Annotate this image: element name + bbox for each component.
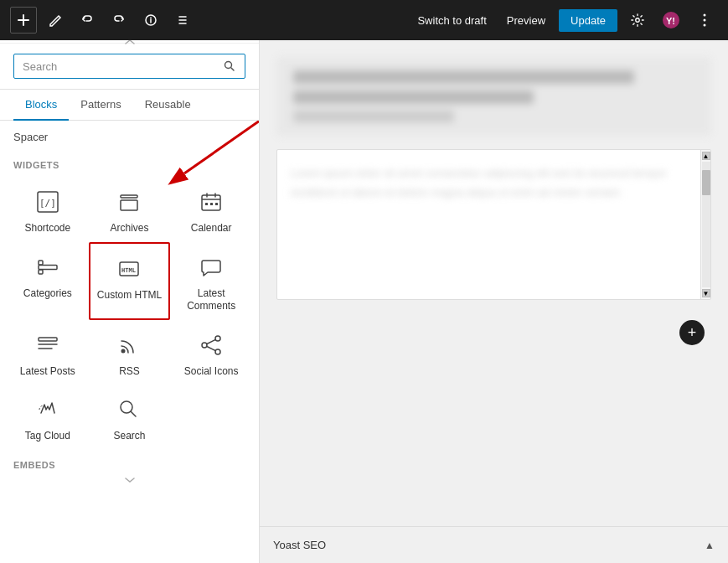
sidebar: Blocks Patterns Reusable Spacer WIDGETS [0, 40, 260, 563]
scroll-down-icon [125, 477, 135, 483]
tabs: Blocks Patterns Reusable [0, 90, 259, 121]
svg-rect-17 [39, 261, 43, 265]
svg-rect-11 [121, 195, 137, 198]
toolbar: Switch to draft Preview Update Y! [0, 0, 728, 40]
main-layout: Blocks Patterns Reusable Spacer WIDGETS [0, 40, 728, 563]
block-item-custom-html[interactable]: HTML Custom HTML [89, 242, 171, 320]
block-item-rss[interactable]: RSS [89, 320, 171, 385]
block-label-rss: RSS [119, 365, 140, 379]
rss-icon [114, 330, 144, 360]
scrollbar-up-arrow[interactable]: ▲ [702, 152, 710, 160]
svg-rect-16 [215, 203, 218, 205]
edit-tool-button[interactable] [42, 7, 69, 34]
block-item-archives[interactable]: Archives [89, 177, 171, 242]
block-label-tag-cloud: Tag Cloud [25, 430, 70, 443]
latest-comments-icon [196, 252, 226, 282]
block-label-categories: Categories [23, 287, 72, 301]
preview-button[interactable]: Preview [500, 11, 552, 30]
block-item-categories[interactable]: Categories [7, 242, 89, 320]
content-text-block: Lorem ipsum dolor sit amet consectetur a… [276, 149, 711, 300]
scrollbar-down-arrow[interactable]: ▼ [702, 289, 710, 297]
tab-patterns[interactable]: Patterns [69, 90, 132, 121]
svg-rect-22 [39, 338, 57, 341]
block-item-latest-posts[interactable]: Latest Posts [7, 320, 89, 385]
svg-text:Y!: Y! [666, 16, 675, 26]
scrollbar-thumb[interactable] [702, 170, 710, 195]
svg-rect-12 [121, 200, 137, 210]
widgets-block-grid: [/] Shortcode Archives [0, 173, 259, 453]
content-title-block [276, 57, 711, 136]
custom-html-icon: HTML [114, 254, 144, 284]
block-label-social-icons: Social Icons [184, 365, 239, 379]
block-label-shortcode: Shortcode [24, 222, 70, 235]
search-area [0, 44, 259, 90]
add-block-button[interactable] [10, 7, 37, 34]
svg-point-23 [121, 349, 126, 353]
more-options-button[interactable] [691, 7, 718, 34]
svg-rect-15 [210, 203, 213, 205]
block-label-search: Search [113, 430, 145, 443]
add-block-circle-button[interactable]: + [679, 320, 705, 345]
svg-point-26 [215, 349, 220, 354]
svg-point-1 [636, 18, 640, 23]
svg-point-24 [215, 336, 220, 341]
svg-point-4 [704, 14, 706, 17]
calendar-icon [196, 187, 226, 217]
scrollbar-track [702, 162, 710, 287]
svg-text:HTML: HTML [121, 267, 136, 274]
svg-point-5 [704, 19, 706, 22]
list-view-button[interactable] [169, 7, 196, 34]
arrow-wrapper: [/] Shortcode Archives [0, 173, 259, 453]
update-button[interactable]: Update [559, 9, 617, 32]
svg-point-6 [704, 24, 706, 27]
block-label-latest-posts: Latest Posts [20, 365, 75, 379]
yoast-toggle-button[interactable]: ▲ [705, 540, 715, 551]
content-area: Lorem ipsum dolor sit amet consectetur a… [260, 40, 728, 526]
content-text-inner: Lorem ipsum dolor sit amet consectetur a… [277, 150, 710, 216]
sidebar-content: Spacer WIDGETS [0, 121, 259, 563]
yoast-button[interactable]: Y! [658, 7, 684, 34]
svg-point-7 [225, 62, 232, 69]
info-button[interactable] [137, 7, 164, 34]
search-icon [223, 59, 236, 73]
block-label-latest-comments: Latest Comments [177, 287, 245, 313]
svg-rect-19 [39, 265, 57, 269]
settings-button[interactable] [624, 7, 651, 34]
svg-rect-14 [205, 203, 208, 205]
latest-posts-icon [33, 330, 63, 360]
block-label-calendar: Calendar [191, 222, 232, 235]
toolbar-right: Switch to draft Preview Update Y! [410, 7, 718, 34]
svg-rect-18 [39, 270, 43, 274]
search-box [13, 54, 245, 79]
block-item-calendar[interactable]: Calendar [170, 177, 252, 242]
search-input[interactable] [23, 60, 216, 73]
svg-point-25 [202, 343, 207, 348]
block-item-tag-cloud[interactable]: Tag Cloud [7, 385, 89, 450]
tag-cloud-icon [33, 395, 63, 425]
redo-button[interactable] [106, 7, 132, 34]
undo-button[interactable] [74, 7, 101, 34]
switch-to-draft-button[interactable]: Switch to draft [410, 11, 493, 30]
block-item-search[interactable]: Search [89, 385, 171, 450]
yoast-panel: Yoast SEO ▲ [260, 526, 728, 563]
block-label-archives: Archives [110, 222, 148, 235]
shortcode-icon: [/] [33, 187, 63, 217]
search-block-icon [114, 395, 144, 425]
svg-text:[/]: [/] [39, 198, 56, 209]
embeds-section-label: EMBEDS [0, 453, 259, 473]
tab-reusable[interactable]: Reusable [133, 90, 203, 121]
content-scrollbar: ▲ ▼ [700, 150, 710, 299]
block-label-custom-html: Custom HTML [97, 289, 162, 302]
spacer-item: Spacer [0, 127, 259, 153]
block-item-shortcode[interactable]: [/] Shortcode [7, 177, 89, 242]
categories-icon [33, 252, 63, 282]
widgets-section-label: WIDGETS [0, 153, 259, 173]
yoast-label: Yoast SEO [273, 539, 326, 551]
tab-blocks[interactable]: Blocks [13, 90, 69, 121]
block-item-social-icons[interactable]: Social Icons [170, 320, 252, 385]
social-icons-icon [196, 330, 226, 360]
add-block-area: + [276, 313, 711, 352]
archives-icon [114, 187, 144, 217]
toolbar-left [10, 7, 196, 34]
block-item-latest-comments[interactable]: Latest Comments [170, 242, 252, 320]
